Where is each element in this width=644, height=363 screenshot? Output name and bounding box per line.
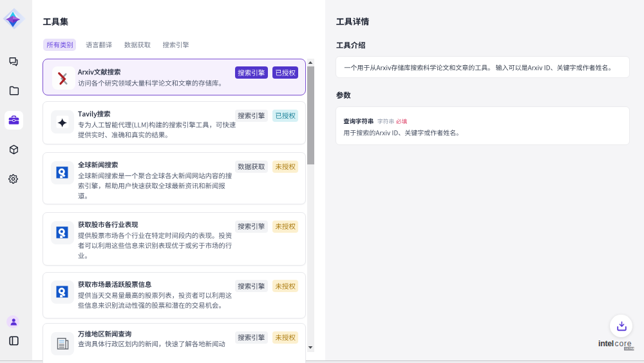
- svg-text:ULTRA: ULTRA: [625, 347, 634, 350]
- svg-text:intel: intel: [598, 339, 614, 348]
- svg-text:core: core: [615, 339, 632, 348]
